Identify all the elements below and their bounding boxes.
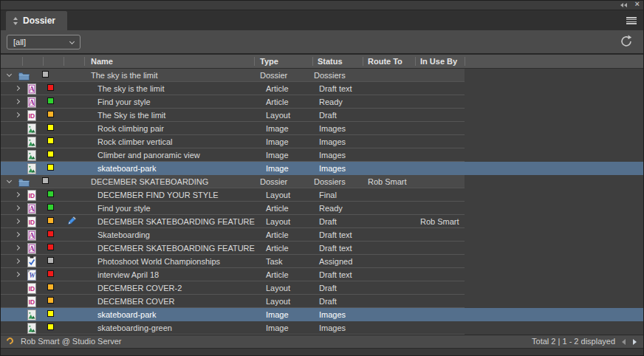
table-body: The sky is the limitDossierDossiersAThe … <box>1 69 643 335</box>
refresh-button[interactable] <box>619 34 634 49</box>
cell-name: interview April 18 <box>97 268 159 281</box>
cell-type: Image <box>266 321 289 335</box>
table-row[interactable]: DECEMBER SKATEBOARDINGDossierDossiersRob… <box>1 175 643 188</box>
pagination-text: Total 2 | 1 - 2 displayed <box>532 335 615 348</box>
svg-text:ID: ID <box>29 285 35 292</box>
cell-status: Images <box>319 321 346 335</box>
chevron-right-icon[interactable] <box>15 192 20 197</box>
collapse-panel-icon[interactable] <box>620 3 627 7</box>
table-row[interactable]: ASkateboardingArticleDraft text <box>1 228 643 242</box>
cell-name: The sky is the limit <box>91 69 157 82</box>
svg-text:A: A <box>29 85 35 93</box>
chevron-down-icon[interactable] <box>7 72 12 77</box>
panel-toggle-icon <box>13 17 18 25</box>
cell-type: Layout <box>266 281 290 295</box>
previous-page-button[interactable] <box>622 339 626 345</box>
filter-value: [all] <box>13 38 26 47</box>
table-row[interactable]: IDThe Sky is the limitLayoutDraft <box>1 109 643 122</box>
chevron-right-icon[interactable] <box>15 205 20 210</box>
cell-status: Draft text <box>319 268 352 281</box>
table-row[interactable]: skateboard-parkImageImages <box>1 308 643 321</box>
chevron-right-icon[interactable] <box>15 86 20 91</box>
cell-status: Images <box>319 135 346 148</box>
cell-type: Image <box>266 162 289 175</box>
next-page-button[interactable] <box>633 339 637 345</box>
cell-type: Article <box>266 242 289 255</box>
connection-status-text: Rob Smart @ Studio Server <box>21 335 122 348</box>
column-header-status[interactable]: Status <box>318 55 343 68</box>
table-row[interactable]: IDDECEMBER FIND YOUR STYLELayoutFinal <box>1 188 643 202</box>
table-row[interactable]: ADECEMBER SKATEBOARDING FEATUREArticleDr… <box>1 242 643 255</box>
cell-type: Task <box>266 255 283 268</box>
table-row[interactable]: Winterview April 18ArticleDraft text <box>1 268 643 281</box>
panel-menu-button[interactable] <box>626 17 637 24</box>
cell-type: Article <box>266 228 289 242</box>
cell-type: Image <box>266 148 289 162</box>
cell-status: Ready <box>319 202 343 215</box>
dossier-panel: × Dossier [all] Name <box>0 0 644 356</box>
column-header-name[interactable]: Name <box>91 55 113 68</box>
cell-name: Photoshoot World Championships <box>97 255 220 268</box>
cell-name: skateboarding-green <box>97 321 172 335</box>
table-row[interactable]: IDDECEMBER COVER-2LayoutDraft <box>1 281 643 295</box>
cell-name: DECEMBER COVER <box>97 295 175 308</box>
chevron-right-icon[interactable] <box>15 245 20 250</box>
table-row[interactable]: Photoshoot World ChampionshipsTaskAssign… <box>1 255 643 268</box>
cell-status: Draft text <box>319 82 352 95</box>
table-row[interactable]: Rock climber verticalImageImages <box>1 135 643 148</box>
status-color-swatch <box>47 324 54 330</box>
cell-type: Layout <box>266 109 290 122</box>
chevron-right-icon[interactable] <box>15 272 20 277</box>
cell-status: Images <box>319 162 346 175</box>
table-row[interactable]: AFind your styleArticleReady <box>1 95 643 109</box>
table-row[interactable]: Climber and panoramic viewImageImages <box>1 148 643 162</box>
cell-status: Images <box>319 308 346 321</box>
tab-dossier[interactable]: Dossier <box>6 11 67 30</box>
cell-name: Skateboarding <box>97 228 150 242</box>
column-header-route-to[interactable]: Route To <box>368 55 402 68</box>
table-row[interactable]: AFind your styleArticleReady <box>1 202 643 215</box>
status-color-swatch <box>47 297 54 304</box>
cell-status: Draft text <box>319 228 352 242</box>
chevron-down-icon[interactable] <box>7 178 12 183</box>
chevron-right-icon[interactable] <box>15 112 20 117</box>
chevron-right-icon[interactable] <box>15 219 20 224</box>
table-row[interactable]: AThe sky is the limitArticleDraft text <box>1 82 643 95</box>
cell-name: DECEMBER FIND YOUR STYLE <box>97 188 219 202</box>
cell-status: Images <box>319 122 346 135</box>
cell-name: DECEMBER SKATEBOARDING <box>91 175 208 188</box>
close-icon[interactable]: × <box>635 0 640 9</box>
cell-type: Image <box>266 308 289 321</box>
svg-text:ID: ID <box>29 298 35 306</box>
cell-in-use-by: Rob Smart <box>420 215 459 228</box>
status-color-swatch <box>47 151 54 157</box>
chevron-right-icon[interactable] <box>15 99 20 104</box>
cell-type: Dossier <box>260 175 287 188</box>
column-header-type[interactable]: Type <box>260 55 278 68</box>
chevron-right-icon[interactable] <box>15 232 20 237</box>
svg-text:A: A <box>29 98 35 106</box>
column-header-in-use-by[interactable]: In Use By <box>420 55 457 68</box>
cell-name: DECEMBER SKATEBOARDING FEATURE <box>97 215 255 228</box>
svg-text:W: W <box>29 272 35 279</box>
status-color-swatch <box>47 191 54 197</box>
status-color-swatch <box>47 84 54 91</box>
table-row[interactable]: Rock climbing pairImageImages <box>1 122 643 135</box>
left-triangle-icon <box>624 3 627 7</box>
table-row[interactable]: IDDECEMBER COVERLayoutDraft <box>1 295 643 308</box>
status-color-swatch <box>47 310 54 317</box>
status-color-swatch <box>47 270 54 277</box>
cell-name: Rock climber vertical <box>97 135 172 148</box>
table-row[interactable]: IDDECEMBER SKATEBOARDING FEATURELayoutDr… <box>1 215 643 228</box>
chevron-right-icon[interactable] <box>15 259 20 264</box>
table-row[interactable]: skateboarding-greenImageImages <box>1 321 643 335</box>
cell-type: Article <box>266 202 289 215</box>
cell-status: Images <box>319 148 346 162</box>
table-row[interactable]: skateboard-parkImageImages <box>1 162 643 175</box>
status-bar: Rob Smart @ Studio Server Total 2 | 1 - … <box>1 335 643 348</box>
filter-dropdown[interactable]: [all] <box>7 35 80 49</box>
cell-status: Final <box>319 188 337 202</box>
table-row[interactable]: The sky is the limitDossierDossiers <box>1 69 643 82</box>
status-color-swatch <box>47 137 54 144</box>
connection-status-icon <box>5 336 15 346</box>
